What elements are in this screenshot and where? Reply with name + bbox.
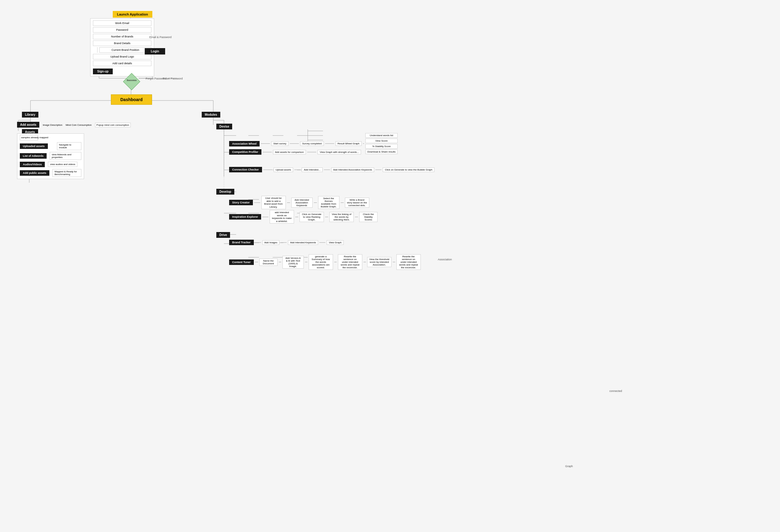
connection-checker-row: Connection Checker Upload assets Add Int… <box>229 167 435 172</box>
write-brand-story-label: Write a Brand story based on the connect… <box>345 198 369 208</box>
add-intended-words-label: add Intended words as keywords to make a… <box>270 210 294 223</box>
reset-password-node: Reset Password <box>163 77 183 80</box>
password-field[interactable]: Password <box>93 27 151 33</box>
modules-label[interactable]: Modules <box>202 112 220 117</box>
view-threshold-label: View the threshold score by intended Ass… <box>367 257 392 267</box>
view-audios-label: view audios and videos <box>48 162 78 167</box>
check-stability-label: Check the Stability Scores <box>359 212 378 222</box>
login-button-node[interactable]: Login <box>145 48 165 55</box>
inspiration-explorer-row: Inspiration Explorer add Intended words … <box>229 210 378 223</box>
develop-label[interactable]: Develop <box>216 189 234 195</box>
add-assets-comparison-label: Add assets for comparison <box>273 150 306 154</box>
number-brands-field[interactable]: Number of Brands <box>93 34 151 39</box>
rewrite-sentence2-label: Rewrite the sentence on under intended w… <box>396 254 421 270</box>
name-document-label: Name the Document <box>259 259 278 266</box>
click-generate-ranking-label: Click on Generate to view Ranking Graph. <box>299 212 324 222</box>
content-tuner-row: Content Tuner Name the Document Add Vers… <box>229 254 421 270</box>
start-survey-label: Start survey <box>271 141 289 146</box>
drive-label[interactable]: Drive <box>216 232 230 238</box>
association-wheel-label[interactable]: Association Wheel <box>229 141 259 147</box>
rewrite-sentence-label: Rewrite the sentence on under intended w… <box>338 254 362 270</box>
connection-checker-label[interactable]: Connection Checker <box>229 167 262 172</box>
dashboard-node[interactable]: Dashboard <box>111 94 152 105</box>
view-graph-strength-label: View Graph with strength of words... <box>318 150 361 154</box>
work-email-field[interactable]: Work Email <box>93 20 151 26</box>
devise-section: Devise <box>216 124 232 129</box>
signup-button[interactable]: Sign-up <box>93 68 113 74</box>
survey-completed-label: Survey completed <box>300 141 324 146</box>
samples-mapped-label: samples already mapped <box>20 135 38 141</box>
library-label[interactable]: Library <box>22 112 38 117</box>
audios-videos-label[interactable]: Audios/Videos <box>20 162 45 167</box>
click-generate-label: Click on Generate to view the Bubble Gra… <box>383 167 435 172</box>
modules-section: Modules <box>202 112 220 117</box>
view-adwords-label: view Adwords and properties <box>50 152 81 160</box>
success-diamond-wrapper: Success <box>126 75 138 88</box>
drive-section: Drive <box>216 232 230 238</box>
launch-button-node[interactable]: Launch Application <box>113 11 152 18</box>
add-intended-kw-label: Add Intended Association Keywords <box>291 198 312 208</box>
uploaded-assets-label[interactable]: Uploaded assets <box>20 144 48 149</box>
view-score-label: View Score <box>365 139 398 143</box>
upload-assets-cc-label: Upload assets <box>274 167 293 172</box>
generate-summary-label: generate a Summary of how the words asso… <box>309 254 333 270</box>
assets-list-box: samples already mapped Uploaded assets N… <box>17 134 84 179</box>
success-diamond <box>123 73 141 91</box>
competitive-profiler-row: Competitive Profiler Add assets for comp… <box>229 149 361 155</box>
launch-button[interactable]: Launch Application <box>113 11 152 18</box>
competitive-profiler-label[interactable]: Competitive Profiler <box>229 149 261 155</box>
brand-details-field[interactable]: Brand Details <box>93 41 151 46</box>
add-intended-kw-bt-label: Add Intended Keywords <box>288 240 318 245</box>
view-linking-label: View the linking of the words by selecti… <box>329 212 354 222</box>
mind-coin-label: Mind Coin Consumption <box>65 124 91 126</box>
add-intended-association-label: Add Intended Association Keywords <box>331 167 375 172</box>
brand-tracker-row: Brand Tracker Add Images Add Intended Ke… <box>229 240 344 245</box>
inspiration-explorer-label[interactable]: Inspiration Explorer <box>229 214 261 220</box>
graph-label: Graph <box>565 464 573 468</box>
user-add-brand-label: User should be able to add a Brand asset… <box>261 196 286 209</box>
card-details-field[interactable]: Add card details <box>93 61 151 66</box>
image-desc-label: Image Description <box>43 124 62 126</box>
add-images-label: Add Images <box>262 240 280 245</box>
add-intended-label: Add Intended... <box>302 167 322 172</box>
view-graph-bt-label: View Graph <box>327 240 344 245</box>
content-tuner-label[interactable]: Content Tuner <box>229 259 254 265</box>
add-assets-row: Add assets Image Description Mind Coin C… <box>17 122 131 127</box>
add-version-label: Add Version A & B with Text (1000) & Ima… <box>283 256 304 269</box>
add-public-assets-label[interactable]: Add public assets <box>20 170 49 176</box>
develop-section: Develop <box>216 189 234 195</box>
story-creator-row: Story Creator User should be able to add… <box>229 196 369 209</box>
library-section: Library <box>22 112 38 117</box>
association-label: Association <box>438 258 452 261</box>
popup-mind-label: Popup mind coin consumption <box>95 123 131 127</box>
download-share-label: Download & Share results <box>365 150 398 154</box>
story-creator-label[interactable]: Story Creator <box>229 200 253 205</box>
success-label: Success <box>126 79 137 82</box>
add-assets-button[interactable]: Add assets <box>17 122 39 127</box>
login-button[interactable]: Login <box>145 48 165 55</box>
login-form: Work Email Password Number of Brands Bra… <box>90 18 154 76</box>
devise-label[interactable]: Devise <box>216 124 232 129</box>
select-themes-label: Select the themes available from Bubble … <box>318 196 339 209</box>
result-wheel-label: Result Wheel Graph <box>336 141 362 146</box>
stability-score-label: % Stability Score <box>365 144 398 149</box>
connected-label: connected <box>610 389 622 392</box>
brand-tracker-label[interactable]: Brand Tracker <box>229 240 254 245</box>
mapped-ready-label: Mapped & Ready for Benchmarking <box>52 169 81 177</box>
upload-logo-field[interactable]: Upload Brand Logo <box>93 54 151 59</box>
dashboard-label: Dashboard <box>111 94 152 105</box>
email-password-label: Email & Password <box>149 35 172 39</box>
list-adwords-label[interactable]: List of Adwords <box>20 153 47 159</box>
current-brand-field[interactable]: Current Brand Position <box>99 47 151 53</box>
navigate-module-label: Navigate to module <box>57 142 81 150</box>
canvas: Launch Application Work Email Password N… <box>0 0 780 532</box>
understand-words-label: Understand words list <box>365 133 398 138</box>
